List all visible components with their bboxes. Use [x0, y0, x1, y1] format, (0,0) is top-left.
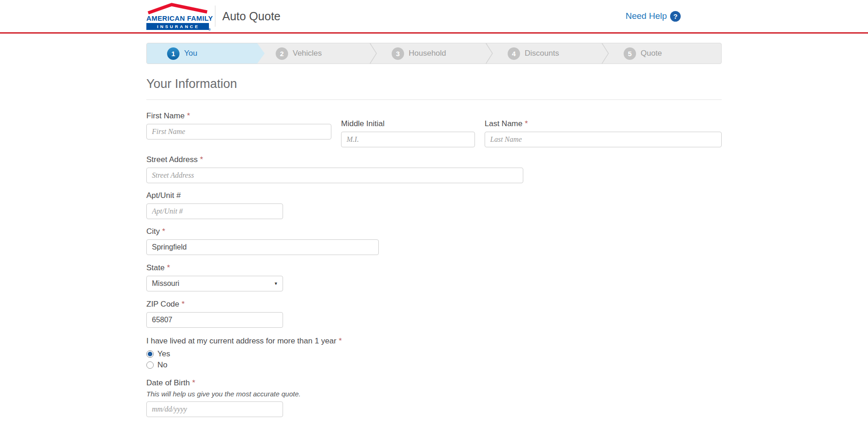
- heading-divider: [146, 99, 722, 100]
- middle-initial-label: Middle Initial: [341, 119, 475, 128]
- required-asterisk: *: [167, 263, 170, 272]
- dob-label: Date of Birth*: [146, 378, 722, 388]
- step-quote[interactable]: 5 Quote: [605, 43, 721, 64]
- need-help-label: Need Help: [625, 11, 667, 21]
- step-5-label: Quote: [641, 49, 662, 58]
- apt-unit-input[interactable]: [146, 203, 283, 219]
- step-separator-icon: [369, 43, 378, 64]
- zip-input[interactable]: [146, 312, 283, 328]
- step-vehicles[interactable]: 2 Vehicles: [257, 43, 373, 64]
- street-address-group: Street Address*: [146, 155, 722, 183]
- required-asterisk: *: [525, 119, 528, 128]
- dob-group: Date of Birth* This will help us give yo…: [146, 378, 722, 417]
- last-name-label: Last Name*: [485, 119, 722, 128]
- step-5-number: 5: [624, 47, 636, 60]
- street-address-label: Street Address*: [146, 155, 722, 164]
- amfam-logo: AMERICAN FAMILY INSURANCE ®: [146, 2, 209, 30]
- header-divider: [215, 6, 215, 27]
- apt-unit-group: Apt/Unit #: [146, 191, 722, 219]
- step-separator-icon: [485, 43, 494, 64]
- required-asterisk: *: [162, 227, 165, 236]
- radio-yes-label: Yes: [157, 349, 170, 359]
- first-name-group: First Name*: [146, 111, 331, 147]
- last-name-group: Last Name*: [485, 119, 722, 147]
- step-4-label: Discounts: [525, 49, 559, 58]
- state-label: State*: [146, 263, 722, 273]
- state-selected-value: Missouri: [152, 279, 179, 288]
- required-asterisk: *: [182, 300, 185, 308]
- required-asterisk: *: [187, 111, 190, 120]
- step-2-number: 2: [276, 47, 288, 60]
- step-you[interactable]: 1 You: [147, 43, 265, 64]
- step-1-label: You: [184, 49, 197, 58]
- main-content: 1 You 2 Vehicles 3 Household 4 Discounts…: [146, 43, 722, 424]
- logo-text-line1: AMERICAN FAMILY: [146, 15, 209, 22]
- dob-input[interactable]: [146, 401, 283, 417]
- city-label: City*: [146, 227, 722, 236]
- step-household[interactable]: 3 Household: [373, 43, 489, 64]
- middle-initial-group: Middle Initial: [341, 119, 475, 147]
- middle-initial-input[interactable]: [341, 132, 475, 147]
- radio-yes[interactable]: [146, 350, 154, 358]
- first-name-label: First Name*: [146, 111, 331, 121]
- radio-no-label: No: [157, 360, 168, 370]
- section-heading: Your Information: [146, 76, 722, 92]
- header: AMERICAN FAMILY INSURANCE ® Auto Quote N…: [0, 0, 868, 34]
- your-information-form: First Name* Middle Initial Last Name* St…: [146, 111, 722, 424]
- step-1-number: 1: [167, 47, 179, 60]
- apt-unit-label: Apt/Unit #: [146, 191, 722, 200]
- step-2-label: Vehicles: [293, 49, 322, 58]
- residency-group: I have lived at my current address for m…: [146, 337, 722, 370]
- progress-stepper: 1 You 2 Vehicles 3 Household 4 Discounts…: [146, 43, 722, 64]
- last-name-input[interactable]: [485, 132, 722, 147]
- need-help-link[interactable]: Need Help ?: [625, 11, 681, 22]
- zip-group: ZIP Code*: [146, 300, 722, 328]
- zip-label: ZIP Code*: [146, 300, 722, 309]
- radio-no[interactable]: [146, 361, 154, 369]
- street-address-input[interactable]: [146, 168, 523, 183]
- first-name-input[interactable]: [146, 124, 331, 139]
- state-select[interactable]: Missouri: [146, 276, 283, 291]
- step-separator-icon: [601, 43, 610, 64]
- logo-roof-icon: [146, 2, 209, 14]
- step-4-number: 4: [508, 47, 520, 60]
- required-asterisk: *: [339, 337, 342, 345]
- residency-option-yes: Yes: [146, 349, 722, 359]
- dob-helper-text: This will help us give you the most accu…: [146, 390, 722, 398]
- page-title: Auto Quote: [222, 10, 280, 23]
- step-3-label: Household: [409, 49, 446, 58]
- residency-option-no: No: [146, 360, 722, 370]
- required-asterisk: *: [200, 155, 203, 164]
- help-icon[interactable]: ?: [670, 11, 681, 22]
- radio-dot: [148, 352, 152, 356]
- city-input[interactable]: [146, 239, 379, 255]
- step-3-number: 3: [392, 47, 404, 60]
- city-group: City*: [146, 227, 722, 255]
- logo-text-line2: INSURANCE ®: [146, 23, 209, 30]
- registered-mark: ®: [208, 28, 213, 31]
- residency-question: I have lived at my current address for m…: [146, 337, 722, 346]
- required-asterisk: *: [192, 378, 196, 387]
- step-discounts[interactable]: 4 Discounts: [489, 43, 605, 64]
- state-group: State* Missouri ▼: [146, 263, 722, 291]
